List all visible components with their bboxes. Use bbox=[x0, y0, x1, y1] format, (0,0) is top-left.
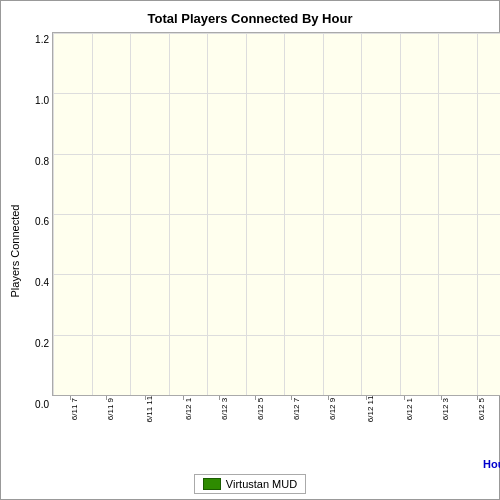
grid-line-v bbox=[169, 33, 170, 395]
x-tick-label: 6/12 3 PM bbox=[441, 396, 450, 420]
x-tick-label: 6/12 7 AM bbox=[292, 396, 301, 420]
x-tick-container: 6/12 7 PM bbox=[496, 396, 500, 456]
chart-body: Players Connected 1.21.00.80.60.40.20.0 … bbox=[6, 32, 494, 470]
x-tick-label: 6/11 7 PM bbox=[70, 396, 79, 420]
x-tick-container: 6/12 3 AM bbox=[202, 396, 238, 456]
grid-line-v bbox=[477, 33, 478, 395]
grid-line-v bbox=[53, 33, 54, 395]
grid-line-h bbox=[53, 154, 500, 155]
x-tick-container: 6/12 1 PM bbox=[387, 396, 423, 456]
x-tick-container: 6/12 7 AM bbox=[274, 396, 310, 456]
grid-line-h bbox=[53, 93, 500, 94]
grid-line-h bbox=[53, 214, 500, 215]
y-tick: 1.2 bbox=[35, 34, 52, 45]
chart-title: Total Players Connected By Hour bbox=[148, 11, 353, 26]
x-tick-container: 6/11 9 PM bbox=[88, 396, 124, 456]
grid-line-h bbox=[53, 33, 500, 34]
x-tick-label: 6/12 9 AM bbox=[328, 396, 337, 420]
grid-line-v bbox=[400, 33, 401, 395]
grid-line-v bbox=[246, 33, 247, 395]
grid-line-h bbox=[53, 274, 500, 275]
y-tick: 0.8 bbox=[35, 156, 52, 167]
x-tick-container: 6/12 11 AM bbox=[346, 396, 386, 456]
x-tick-label: 6/11 9 PM bbox=[107, 396, 116, 420]
grid-line-v bbox=[284, 33, 285, 395]
x-axis-ticks: 6/11 7 PM6/11 9 PM6/11 11 PM6/12 1 AM6/1… bbox=[52, 396, 500, 456]
x-tick-label: 6/12 1 PM bbox=[405, 396, 414, 420]
x-tick-label: 6/11 11 PM bbox=[145, 396, 154, 422]
y-tick: 0.4 bbox=[35, 277, 52, 288]
grid-lines bbox=[53, 33, 500, 395]
x-tick-container: 6/11 7 PM bbox=[52, 396, 88, 456]
grid-line-v bbox=[130, 33, 131, 395]
x-tick-container: 6/12 1 AM bbox=[166, 396, 202, 456]
x-tick-container: 6/12 9 AM bbox=[310, 396, 346, 456]
chart-container: Total Players Connected By Hour Players … bbox=[0, 0, 500, 500]
y-axis-label: Players Connected bbox=[9, 205, 21, 298]
y-ticks-area: 1.21.00.80.60.40.20.0 bbox=[24, 32, 52, 470]
plot-area bbox=[52, 32, 500, 396]
legend-label: Virtustan MUD bbox=[226, 478, 297, 490]
grid-line-h bbox=[53, 395, 500, 396]
grid-line-v bbox=[361, 33, 362, 395]
x-tick-label: 6/12 3 AM bbox=[220, 396, 229, 420]
x-tick-container: 6/11 11 PM bbox=[125, 396, 166, 456]
grid-line-v bbox=[438, 33, 439, 395]
grid-line-v bbox=[323, 33, 324, 395]
x-tick-container: 6/12 3 PM bbox=[423, 396, 459, 456]
x-tick-container: 6/12 5 PM bbox=[459, 396, 495, 456]
plot-and-xaxis: 6/11 7 PM6/11 9 PM6/11 11 PM6/12 1 AM6/1… bbox=[52, 32, 500, 470]
y-axis-label-container: Players Connected bbox=[6, 32, 24, 470]
x-tick-label: 6/12 5 AM bbox=[256, 396, 265, 420]
y-tick: 0.2 bbox=[35, 338, 52, 349]
x-tick-container: 6/12 5 AM bbox=[238, 396, 274, 456]
y-tick: 0.0 bbox=[35, 399, 52, 410]
x-tick-label: 6/12 5 PM bbox=[478, 396, 487, 420]
legend-icon bbox=[203, 478, 221, 490]
x-tick-label: 6/12 1 AM bbox=[184, 396, 193, 420]
x-axis-title: Hour bbox=[52, 458, 500, 470]
grid-line-v bbox=[207, 33, 208, 395]
y-tick: 0.6 bbox=[35, 216, 52, 227]
y-tick: 1.0 bbox=[35, 95, 52, 106]
grid-line-h bbox=[53, 335, 500, 336]
legend-area: Virtustan MUD bbox=[194, 474, 306, 494]
grid-line-v bbox=[92, 33, 93, 395]
legend-line bbox=[204, 483, 220, 485]
x-tick-label: 6/12 11 AM bbox=[366, 396, 375, 422]
